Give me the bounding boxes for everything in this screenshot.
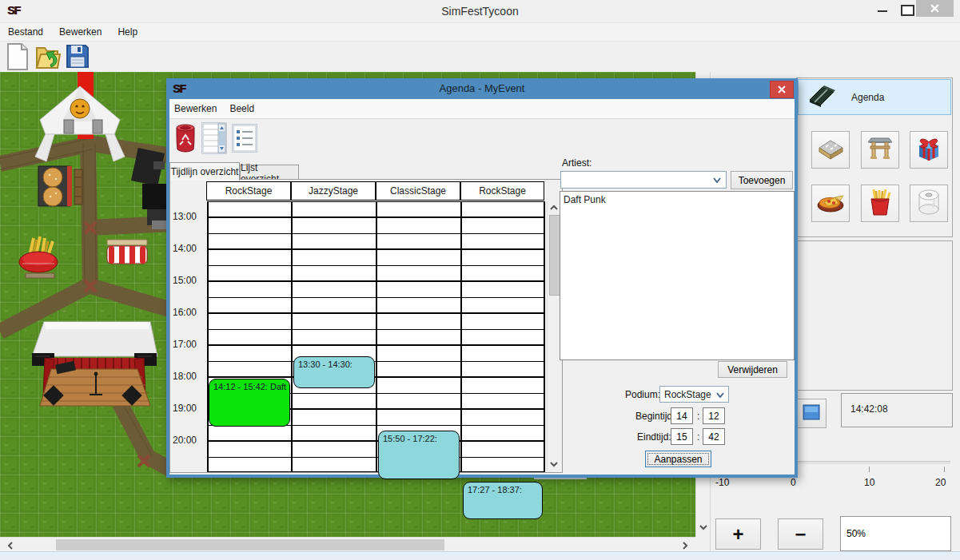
fries-icon xyxy=(868,188,892,219)
end-minute-input[interactable] xyxy=(703,428,725,445)
scrollbar-thumb[interactable] xyxy=(56,539,444,550)
schedule-event[interactable]: 17:27 - 18:37: xyxy=(463,482,543,519)
menu-bestand[interactable]: Bestand xyxy=(0,26,51,38)
sidebar-info-panel xyxy=(796,240,953,391)
title-bar: SF SimFestTycoon xyxy=(0,0,960,22)
dialog-title-bar[interactable]: SF Agenda - MyEvent xyxy=(166,78,798,99)
bullet-list-icon[interactable] xyxy=(232,124,257,153)
stage-header-row: RockStage JazzyStage ClassicStage RockSt… xyxy=(206,181,545,201)
column-divider xyxy=(207,201,209,471)
column-divider xyxy=(460,201,462,471)
zoom-in-button[interactable]: + xyxy=(715,518,761,550)
hour-label: 18:00 xyxy=(173,371,197,382)
toilet-paper-icon xyxy=(916,189,942,218)
artist-label: Artiest: xyxy=(562,157,592,169)
scroll-right-icon[interactable] xyxy=(682,542,688,550)
main-stage[interactable] xyxy=(32,322,157,406)
zoom-out-button[interactable]: − xyxy=(778,518,823,550)
chevron-down-icon xyxy=(713,174,721,185)
schedule-event[interactable]: 13:30 - 14:30: xyxy=(293,356,375,388)
close-icon[interactable] xyxy=(916,0,954,17)
tool-fries-button[interactable] xyxy=(861,185,899,222)
scroll-down-icon[interactable] xyxy=(550,461,558,467)
minimize-icon[interactable] xyxy=(878,10,887,12)
artist-listbox[interactable]: Daft Punk xyxy=(560,191,795,360)
main-toolbar xyxy=(0,41,960,72)
remove-artist-button[interactable]: Verwijderen xyxy=(718,361,787,378)
podium-dropdown[interactable]: RockStage xyxy=(659,386,729,403)
hour-label: 15:00 xyxy=(173,275,197,286)
list-scroll-icon[interactable] xyxy=(201,122,227,154)
dialog-menu-beeld[interactable]: Beeld xyxy=(223,103,261,114)
tool-torii-gate-button[interactable] xyxy=(861,131,899,169)
pizza-icon xyxy=(816,191,845,216)
agenda-dialog: SF Agenda - MyEvent Bewerken Beeld xyxy=(166,78,798,478)
hour-label: 13:00 xyxy=(173,211,197,222)
tool-toilet-paper-button[interactable] xyxy=(910,185,948,222)
schedule-scrollbar[interactable] xyxy=(547,201,560,471)
hour-label: 20:00 xyxy=(173,435,197,446)
scroll-up-icon[interactable] xyxy=(550,205,558,211)
artist-dropdown[interactable] xyxy=(560,171,727,189)
zoom-value-input[interactable] xyxy=(840,516,951,551)
menu-bar: Bestand Bewerken Help xyxy=(0,22,960,42)
begin-minute-input[interactable] xyxy=(703,407,725,424)
slider-tick xyxy=(869,467,870,472)
sidebar-tools-panel: Agenda xyxy=(796,77,953,237)
torii-gate-icon xyxy=(866,135,894,165)
schedule-event[interactable]: 14:12 - 15:42: Daft P xyxy=(209,379,290,427)
scroll-down-icon[interactable] xyxy=(699,524,707,530)
new-file-icon[interactable] xyxy=(6,43,29,73)
tool-pizza-button[interactable] xyxy=(811,185,850,222)
end-hour-input[interactable] xyxy=(671,428,693,445)
hour-label: 14:00 xyxy=(173,243,197,254)
stage-header: RockStage xyxy=(460,181,544,201)
striped-stand[interactable] xyxy=(107,240,147,264)
column-divider xyxy=(544,201,545,471)
schedule-event[interactable]: 15:50 - 17:22: xyxy=(378,431,460,479)
time-colon: : xyxy=(697,411,699,422)
delete-trash-icon[interactable] xyxy=(174,124,197,156)
bottom-strip xyxy=(0,551,960,560)
menu-bewerken[interactable]: Bewerken xyxy=(51,26,110,38)
slider-label: 20 xyxy=(935,477,946,488)
timeline-panel: 13:00 14:00 15:00 16:00 17:00 18:00 19:0… xyxy=(169,179,563,473)
begin-hour-input[interactable] xyxy=(671,407,693,424)
play-button[interactable] xyxy=(796,399,827,428)
apply-button[interactable]: Aanpassen xyxy=(645,451,711,467)
scrollbar-thumb[interactable] xyxy=(549,215,560,296)
save-file-icon[interactable] xyxy=(66,44,90,71)
clock-value: 14:42:08 xyxy=(850,403,888,415)
stage-header: RockStage xyxy=(206,181,291,201)
dialog-close-icon[interactable] xyxy=(770,81,794,98)
dialog-menu-bewerken[interactable]: Bewerken xyxy=(169,103,223,114)
sidebar-item-label: Agenda xyxy=(851,92,884,103)
burger-stand[interactable] xyxy=(38,166,82,206)
tool-gift-box-button[interactable] xyxy=(910,131,948,169)
notebook-icon xyxy=(807,84,837,110)
column-divider xyxy=(376,201,377,471)
open-file-icon[interactable] xyxy=(35,43,61,73)
artist-list-item[interactable]: Daft Punk xyxy=(560,192,794,205)
podium-label: Podium: xyxy=(625,389,660,400)
schedule-grid[interactable]: 13:30 - 14:30: 14:12 - 15:42: Daft P 15:… xyxy=(207,201,545,472)
road-tile-icon xyxy=(816,137,845,163)
hour-label: 17:00 xyxy=(173,339,197,350)
chevron-down-icon xyxy=(716,389,724,400)
tab-tijdlijn-overzicht[interactable]: Tijdlijn overzicht xyxy=(169,162,240,181)
slider-label: -10 xyxy=(715,477,729,488)
slider-label: 10 xyxy=(864,477,874,488)
maximize-icon[interactable] xyxy=(901,5,914,16)
clock-display: 14:42:08 xyxy=(841,393,953,427)
column-divider xyxy=(291,201,293,471)
hour-label: 19:00 xyxy=(173,403,197,414)
time-colon: : xyxy=(697,431,699,443)
sidebar-item-agenda[interactable]: Agenda xyxy=(798,79,951,115)
map-horizontal-scrollbar[interactable] xyxy=(0,537,695,552)
hour-label: 16:00 xyxy=(173,307,197,318)
tool-road-tile-button[interactable] xyxy=(811,131,850,169)
scroll-left-icon[interactable] xyxy=(7,542,14,550)
add-artist-button[interactable]: Toevoegen xyxy=(731,171,793,189)
menu-help[interactable]: Help xyxy=(110,26,145,38)
end-time-label: Eindtijd: xyxy=(637,431,671,443)
